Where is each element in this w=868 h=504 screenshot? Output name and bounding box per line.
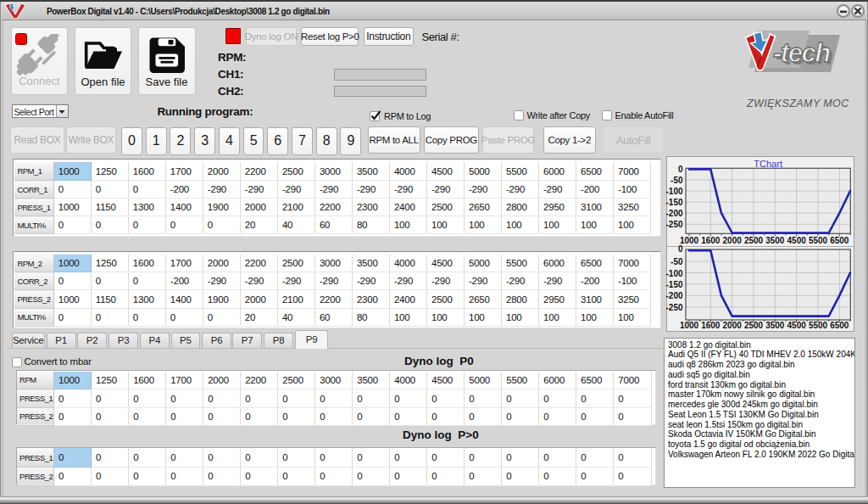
svg-text:2500: 2500 [744, 321, 764, 330]
svg-text:0: 0 [678, 244, 683, 254]
svg-text:-150: -150 [665, 280, 682, 289]
svg-text:-250: -250 [665, 303, 682, 312]
svg-text:-200: -200 [665, 291, 682, 300]
svg-text:6500: 6500 [830, 321, 849, 330]
svg-text:-50: -50 [670, 257, 683, 266]
svg-text:3500: 3500 [765, 321, 785, 330]
svg-text:4500: 4500 [787, 321, 807, 330]
svg-text:1600: 1600 [701, 321, 721, 330]
svg-text:1000: 1000 [680, 321, 699, 330]
svg-text:5500: 5500 [809, 321, 828, 330]
svg-text:-100: -100 [665, 269, 682, 278]
svg-text:2000: 2000 [723, 321, 743, 330]
